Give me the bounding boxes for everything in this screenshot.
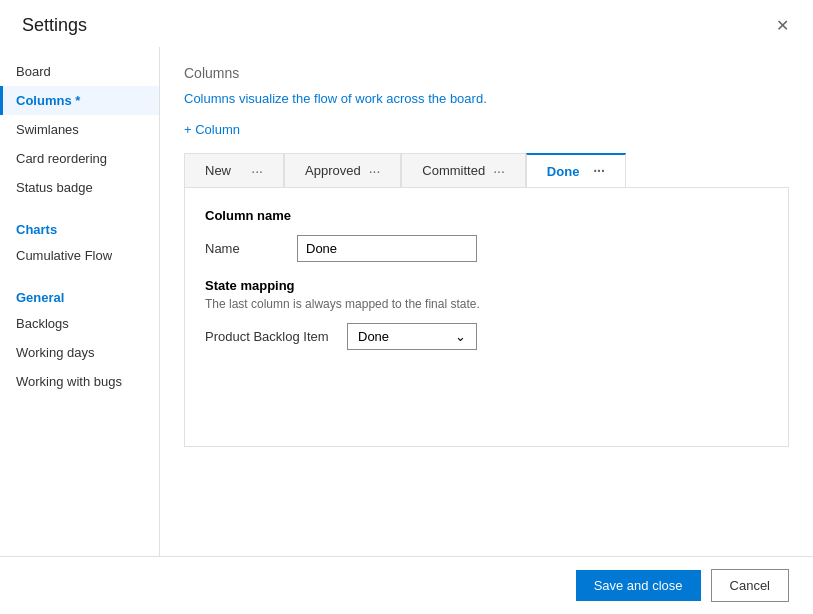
- tab-done[interactable]: Done ···: [526, 153, 626, 187]
- state-mapping-title: State mapping: [205, 278, 768, 293]
- tab-approved-dots[interactable]: ···: [369, 163, 381, 179]
- settings-dialog: Settings ✕ Board Columns * Swimlanes Car…: [0, 0, 813, 614]
- column-name-section-title: Column name: [205, 208, 768, 223]
- column-content-box: Column name Name State mapping The last …: [184, 187, 789, 447]
- mapping-row: Product Backlog Item Done ⌄: [205, 323, 768, 350]
- sidebar-item-working-with-bugs[interactable]: Working with bugs: [0, 367, 159, 396]
- tab-new[interactable]: New ···: [184, 153, 284, 187]
- sidebar-item-backlogs[interactable]: Backlogs: [0, 309, 159, 338]
- sidebar-item-status-badge[interactable]: Status badge: [0, 173, 159, 202]
- sidebar-item-card-reordering[interactable]: Card reordering: [0, 144, 159, 173]
- add-column-button[interactable]: + Column: [184, 122, 240, 137]
- name-form-row: Name: [205, 235, 768, 262]
- tab-committed[interactable]: Committed ···: [401, 153, 526, 187]
- section-title: Columns: [184, 65, 789, 81]
- description-text: Columns visualize the flow of work acros…: [184, 91, 789, 106]
- sidebar-item-working-days[interactable]: Working days: [0, 338, 159, 367]
- tab-done-dots[interactable]: ···: [593, 163, 605, 179]
- sidebar: Board Columns * Swimlanes Card reorderin…: [0, 47, 160, 556]
- sidebar-divider-1: [0, 202, 159, 210]
- close-button[interactable]: ✕: [770, 14, 795, 37]
- dialog-title: Settings: [22, 15, 87, 36]
- save-and-close-button[interactable]: Save and close: [576, 570, 701, 601]
- sidebar-divider-2: [0, 270, 159, 278]
- main-content: Columns Columns visualize the flow of wo…: [160, 47, 813, 556]
- name-label: Name: [205, 241, 285, 256]
- sidebar-item-swimlanes[interactable]: Swimlanes: [0, 115, 159, 144]
- tab-approved-label: Approved: [305, 163, 361, 178]
- cancel-button[interactable]: Cancel: [711, 569, 789, 602]
- state-mapping-section: State mapping The last column is always …: [205, 278, 768, 350]
- tab-new-dots[interactable]: ···: [251, 163, 263, 179]
- tab-done-label: Done: [547, 164, 580, 179]
- sidebar-item-columns[interactable]: Columns *: [0, 86, 159, 115]
- sidebar-group-general: General: [0, 278, 159, 309]
- product-backlog-label: Product Backlog Item: [205, 329, 335, 344]
- tab-new-label: New: [205, 163, 231, 178]
- product-backlog-value: Done: [358, 329, 389, 344]
- chevron-down-icon: ⌄: [455, 329, 466, 344]
- name-input[interactable]: [297, 235, 477, 262]
- columns-tabs: New ··· Approved ··· Committed ··· Done …: [184, 153, 789, 187]
- sidebar-item-board[interactable]: Board: [0, 57, 159, 86]
- tab-committed-label: Committed: [422, 163, 485, 178]
- sidebar-item-cumulative-flow[interactable]: Cumulative Flow: [0, 241, 159, 270]
- tab-approved[interactable]: Approved ···: [284, 153, 401, 187]
- dialog-footer: Save and close Cancel: [0, 556, 813, 614]
- state-mapping-desc: The last column is always mapped to the …: [205, 297, 768, 311]
- sidebar-group-charts: Charts: [0, 210, 159, 241]
- dialog-header: Settings ✕: [0, 0, 813, 47]
- tab-committed-dots[interactable]: ···: [493, 163, 505, 179]
- product-backlog-select[interactable]: Done ⌄: [347, 323, 477, 350]
- dialog-body: Board Columns * Swimlanes Card reorderin…: [0, 47, 813, 556]
